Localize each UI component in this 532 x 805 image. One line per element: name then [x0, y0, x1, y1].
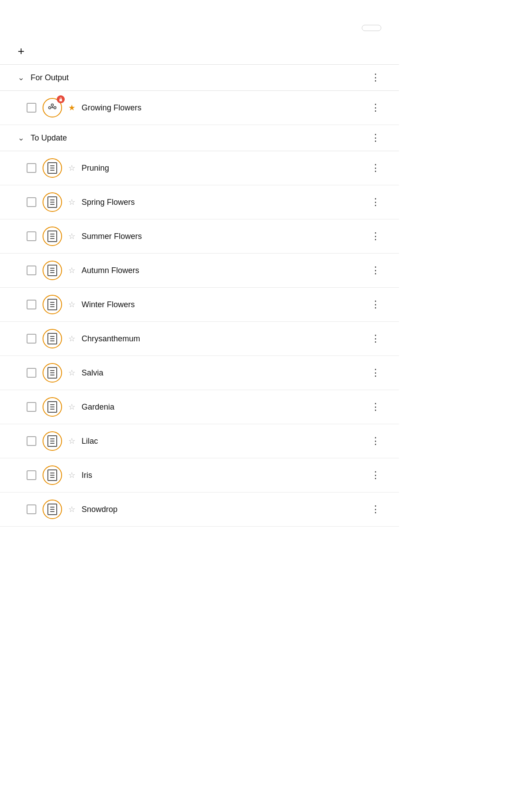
item-icon-growing-flowers [43, 98, 62, 117]
item-menu-lilac[interactable]: ⋮ [371, 436, 381, 446]
star-icon-snowdrop[interactable]: ☆ [68, 504, 75, 514]
section-menu-to-update[interactable]: ⋮ [371, 133, 381, 143]
item-checkbox-pruning[interactable] [27, 163, 36, 173]
list-item: ☆ Gardenia ⋮ [0, 390, 399, 424]
item-menu-winter-flowers[interactable]: ⋮ [371, 300, 381, 309]
star-icon-iris[interactable]: ☆ [68, 470, 75, 480]
item-menu-gardenia[interactable]: ⋮ [371, 402, 381, 412]
item-label-growing-flowers: Growing Flowers [82, 103, 141, 113]
to-update-list: ☆ Pruning ⋮ ☆ Spring Flowers ⋮ [0, 151, 399, 527]
list-item: ☆ Spring Flowers ⋮ [0, 185, 399, 219]
svg-rect-5 [59, 99, 62, 102]
item-checkbox-snowdrop[interactable] [27, 504, 36, 514]
filters-button[interactable] [362, 25, 381, 31]
item-label-spring-flowers: Spring Flowers [82, 198, 135, 207]
list-item: ☆ Salvia ⋮ [0, 356, 399, 390]
list-item: ★ Growing Flowers ⋮ [0, 91, 399, 125]
item-menu-chrysanthemum[interactable]: ⋮ [371, 334, 381, 344]
item-label-snowdrop: Snowdrop [82, 505, 117, 514]
list-item: ☆ Lilac ⋮ [0, 424, 399, 458]
item-icon-summer-flowers [43, 227, 62, 246]
star-icon-gardenia[interactable]: ☆ [68, 402, 75, 412]
item-menu-snowdrop[interactable]: ⋮ [371, 504, 381, 514]
item-checkbox-chrysanthemum[interactable] [27, 334, 36, 344]
item-label-chrysanthemum: Chrysanthemum [82, 334, 140, 344]
item-icon-pruning [43, 158, 62, 178]
item-icon-gardenia [43, 397, 62, 417]
item-label-autumn-flowers: Autumn Flowers [82, 266, 139, 275]
item-checkbox-growing-flowers[interactable] [27, 103, 36, 113]
item-label-lilac: Lilac [82, 437, 98, 446]
list-item: ☆ Iris ⋮ [0, 458, 399, 492]
item-label-salvia: Salvia [82, 368, 103, 378]
item-menu-summer-flowers[interactable]: ⋮ [371, 231, 381, 241]
item-label-gardenia: Gardenia [82, 402, 114, 412]
section-title-to-update: To Update [31, 133, 67, 143]
chevron-down-icon[interactable]: ⌄ [18, 73, 24, 82]
chevron-down-icon-to-update[interactable]: ⌄ [18, 133, 24, 143]
item-label-summer-flowers: Summer Flowers [82, 232, 142, 241]
star-icon-chrysanthemum[interactable]: ☆ [68, 334, 75, 344]
item-menu-autumn-flowers[interactable]: ⋮ [371, 266, 381, 275]
item-label-winter-flowers: Winter Flowers [82, 300, 135, 309]
item-menu-salvia[interactable]: ⋮ [371, 368, 381, 378]
list-item: ☆ Winter Flowers ⋮ [0, 288, 399, 322]
star-icon-pruning[interactable]: ☆ [68, 163, 75, 173]
star-icon-lilac[interactable]: ☆ [68, 436, 75, 446]
svg-point-0 [49, 107, 51, 109]
list-item: ☆ Snowdrop ⋮ [0, 492, 399, 527]
star-icon-autumn-flowers[interactable]: ☆ [68, 266, 75, 275]
item-icon-winter-flowers [43, 295, 62, 314]
item-checkbox-lilac[interactable] [27, 436, 36, 446]
star-icon-winter-flowers[interactable]: ☆ [68, 300, 75, 309]
item-label-pruning: Pruning [82, 164, 109, 173]
item-icon-salvia [43, 363, 62, 383]
star-icon-summer-flowers[interactable]: ☆ [68, 231, 75, 241]
section-for-output: ⌄ For Output ⋮ [0, 65, 399, 91]
star-icon-spring-flowers[interactable]: ☆ [68, 197, 75, 207]
item-icon-snowdrop [43, 500, 62, 519]
item-checkbox-summer-flowers[interactable] [27, 231, 36, 241]
section-title-for-output: For Output [31, 73, 69, 82]
section-to-update: ⌄ To Update ⋮ [0, 125, 399, 151]
item-label-iris: Iris [82, 471, 92, 480]
list-item: ☆ Autumn Flowers ⋮ [0, 254, 399, 288]
page-header [0, 0, 399, 21]
star-icon-growing-flowers[interactable]: ★ [68, 103, 75, 113]
svg-point-2 [51, 104, 54, 106]
item-checkbox-winter-flowers[interactable] [27, 300, 36, 309]
item-checkbox-autumn-flowers[interactable] [27, 266, 36, 275]
svg-point-1 [54, 107, 56, 109]
item-icon-iris [43, 465, 62, 485]
new-worklist-row[interactable]: + [0, 38, 399, 65]
item-checkbox-spring-flowers[interactable] [27, 197, 36, 207]
worklists-row [0, 21, 399, 38]
circuit-icon [47, 102, 58, 113]
item-checkbox-salvia[interactable] [27, 368, 36, 378]
section-menu-for-output[interactable]: ⋮ [371, 73, 381, 82]
lock-icon [57, 95, 65, 103]
item-menu-pruning[interactable]: ⋮ [371, 163, 381, 173]
item-icon-chrysanthemum [43, 329, 62, 348]
item-checkbox-iris[interactable] [27, 470, 36, 480]
new-worklist-plus-icon: + [18, 44, 24, 58]
item-icon-spring-flowers [43, 192, 62, 212]
item-icon-autumn-flowers [43, 261, 62, 280]
list-item: ☆ Summer Flowers ⋮ [0, 219, 399, 254]
item-checkbox-gardenia[interactable] [27, 402, 36, 412]
star-icon-salvia[interactable]: ☆ [68, 368, 75, 378]
item-menu-iris[interactable]: ⋮ [371, 470, 381, 480]
item-icon-lilac [43, 431, 62, 451]
item-menu-spring-flowers[interactable]: ⋮ [371, 197, 381, 207]
item-menu-growing-flowers[interactable]: ⋮ [371, 103, 381, 113]
list-item: ☆ Pruning ⋮ [0, 151, 399, 185]
list-item: ☆ Chrysanthemum ⋮ [0, 322, 399, 356]
